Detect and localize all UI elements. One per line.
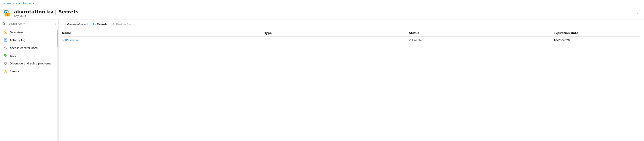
tags-icon <box>4 54 8 58</box>
diagnose-icon <box>4 61 8 65</box>
svg-marker-26 <box>95 23 96 23</box>
svg-rect-5 <box>5 11 7 11</box>
svg-point-21 <box>5 55 6 55</box>
svg-point-19 <box>6 47 7 48</box>
close-button[interactable]: × <box>634 10 640 17</box>
restore-backup-button[interactable]: Restore Backup <box>110 21 138 27</box>
refresh-icon <box>93 23 96 26</box>
secret-type <box>264 37 409 44</box>
breadcrumb-sep2: > <box>32 2 34 5</box>
breadcrumb-resource[interactable]: akvrotation <box>16 2 31 5</box>
resource-title: akvrotation-kv | Secrets <box>14 9 78 15</box>
sidebar-item-events[interactable]: Events <box>0 67 58 75</box>
breadcrumb: Home > akvrotation > <box>0 0 644 7</box>
check-icon: ✓ <box>409 39 412 42</box>
sidebar-item-activity-log[interactable]: Activity log <box>0 36 58 44</box>
svg-point-18 <box>4 47 6 48</box>
restore-backup-label: Restore Backup <box>116 23 136 26</box>
sidebar-item-diagnose-label: Diagnose and solve problems <box>10 62 51 65</box>
secret-name: sqlPassword <box>62 37 264 44</box>
secrets-table: Name Type Status Expiration Date sqlPass… <box>62 29 640 44</box>
sidebar-scrollbar[interactable] <box>57 29 58 141</box>
secrets-table-container: Name Type Status Expiration Date sqlPass… <box>58 29 644 141</box>
header-titles: akvrotation-kv | Secrets Key vault <box>14 9 78 18</box>
refresh-button[interactable]: Refresh <box>91 21 109 27</box>
svg-line-24 <box>4 62 5 63</box>
svg-line-9 <box>4 24 6 25</box>
resource-subtitle: Key vault <box>14 15 78 18</box>
col-status: Status <box>409 29 554 37</box>
collapse-sidebar-button[interactable]: « <box>54 22 56 26</box>
plus-icon: + <box>64 22 66 26</box>
toolbar: + Generate/Import Refresh <box>58 20 644 29</box>
svg-marker-25 <box>4 70 7 73</box>
key-vault-icon <box>4 10 12 17</box>
svg-marker-20 <box>4 54 7 57</box>
table-row[interactable]: sqlPassword ✓ Enabled 10/25/2020 <box>62 37 640 44</box>
access-control-icon <box>4 46 8 50</box>
status-label: Enabled <box>412 39 424 42</box>
sidebar-item-access-control[interactable]: Access control (IAM) <box>0 44 58 52</box>
sidebar-item-access-control-label: Access control (IAM) <box>10 46 38 50</box>
refresh-label: Refresh <box>97 23 107 26</box>
svg-point-17 <box>6 40 7 41</box>
breadcrumb-sep1: > <box>12 2 14 5</box>
sidebar: « Overview <box>0 20 58 141</box>
sidebar-item-diagnose[interactable]: Diagnose and solve problems <box>0 59 58 67</box>
col-name: Name <box>62 29 264 37</box>
svg-point-11 <box>5 32 6 33</box>
svg-marker-28 <box>113 23 114 24</box>
col-expiration: Expiration Date <box>554 29 640 37</box>
search-icon <box>2 22 6 25</box>
activity-log-icon <box>4 38 8 42</box>
restore-icon <box>112 23 115 26</box>
sidebar-item-overview-label: Overview <box>10 31 23 34</box>
sidebar-item-activity-log-label: Activity log <box>10 39 26 42</box>
secret-status: ✓ Enabled <box>409 37 554 44</box>
resource-header: akvrotation-kv | Secrets Key vault × <box>0 7 644 20</box>
secret-expiration: 10/25/2020 <box>554 37 640 44</box>
events-icon <box>4 69 8 73</box>
sidebar-item-tags[interactable]: Tags <box>0 52 58 59</box>
breadcrumb-home[interactable]: Home <box>4 2 11 5</box>
col-type: Type <box>264 29 409 37</box>
svg-rect-6 <box>5 12 7 12</box>
generate-import-label: Generate/Import <box>67 23 88 26</box>
sidebar-item-events-label: Events <box>10 70 19 73</box>
search-input[interactable] <box>7 21 50 26</box>
overview-icon <box>4 30 8 34</box>
svg-rect-3 <box>7 15 8 16</box>
sidebar-item-tags-label: Tags <box>10 54 16 57</box>
svg-rect-7 <box>5 12 6 13</box>
sidebar-item-overview[interactable]: Overview <box>0 28 58 36</box>
sidebar-search-container: « <box>0 20 58 28</box>
main-content: + Generate/Import Refresh <box>58 20 644 141</box>
generate-import-button[interactable]: + Generate/Import <box>62 21 90 27</box>
